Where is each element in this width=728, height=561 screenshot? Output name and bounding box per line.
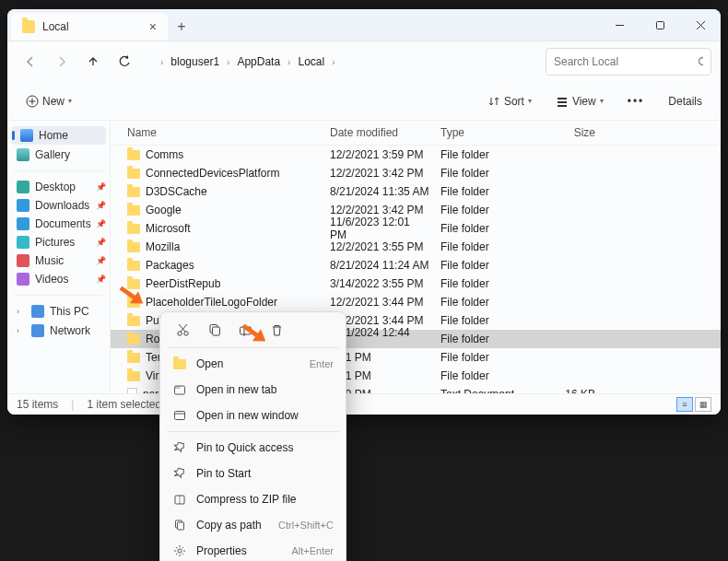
back-button[interactable] — [17, 48, 44, 76]
label: Open — [196, 357, 223, 370]
file-name: Comms — [146, 148, 183, 161]
table-row[interactable]: ConnectedDevicesPlatform12/2/2021 3:42 P… — [111, 164, 721, 182]
col-date[interactable]: Date modified — [324, 124, 435, 141]
explorer-window: Local × + › bloguser1 › AppData › Local … — [7, 9, 721, 415]
folder-icon — [22, 20, 35, 33]
folder-icon — [127, 224, 140, 234]
up-button[interactable] — [79, 48, 107, 76]
label: Downloads — [35, 199, 89, 212]
icons-view-button[interactable]: ▦ — [695, 397, 711, 412]
file-size — [546, 263, 601, 267]
svg-rect-10 — [558, 101, 567, 103]
new-button[interactable]: New ▾ — [20, 91, 77, 111]
table-row[interactable]: D3DSCache8/21/2024 11:35 AMFile folder — [111, 182, 721, 201]
table-row[interactable]: PeerDistRepub3/14/2022 3:55 PMFile folde… — [111, 275, 721, 293]
table-row[interactable]: Mozilla12/2/2021 3:55 PMFile folder — [111, 238, 721, 256]
tab-icon — [172, 382, 187, 397]
chevron-down-icon: ▾ — [600, 97, 604, 105]
minimize-button[interactable] — [599, 9, 640, 41]
window-buttons — [599, 9, 721, 41]
file-size — [546, 153, 601, 157]
details-view-button[interactable]: ≡ — [676, 397, 693, 412]
sidebar-item-home[interactable]: Home — [11, 126, 106, 145]
table-row[interactable]: Packages8/21/2024 11:24 AMFile folder — [111, 256, 721, 275]
sidebar-item-documents[interactable]: Documents📌 — [7, 215, 110, 233]
ctx-open-new-tab[interactable]: Open in new tab — [165, 377, 341, 403]
new-tab-button[interactable]: + — [168, 13, 195, 41]
file-type: File folder — [435, 349, 546, 366]
ctx-properties[interactable]: Properties Alt+Enter — [165, 538, 341, 561]
label: Network — [50, 324, 90, 337]
ctx-open[interactable]: Open Enter — [165, 351, 341, 377]
label: Documents — [35, 217, 91, 230]
status-count: 15 items — [17, 398, 58, 411]
sidebar-item-gallery[interactable]: Gallery — [7, 146, 110, 164]
table-row[interactable]: PlaceholderTileLogoFolder12/2/2021 3:44 … — [111, 293, 721, 311]
file-size: 16 KB — [546, 386, 601, 393]
details-button[interactable]: Details — [663, 91, 708, 111]
sidebar-item-videos[interactable]: Videos📌 — [7, 270, 110, 288]
forward-button[interactable] — [48, 48, 76, 76]
folder-icon — [127, 298, 140, 308]
ctx-open-new-window[interactable]: Open in new window — [165, 403, 341, 428]
folder-icon — [127, 353, 140, 363]
chevron-right-icon: › — [330, 57, 336, 67]
label: Sort — [504, 95, 524, 108]
file-name: Microsoft — [146, 222, 191, 235]
label: Home — [39, 129, 68, 142]
col-type[interactable]: Type — [435, 124, 546, 141]
folder-icon — [17, 236, 29, 249]
sidebar-item-desktop[interactable]: Desktop📌 — [7, 178, 110, 196]
status-bar: 15 items | 1 item selected ≡ ▦ — [7, 393, 721, 415]
sidebar-item-network[interactable]: › Network — [7, 321, 110, 340]
chevron-right-icon: › — [159, 57, 165, 67]
ctx-copy-path[interactable]: Copy as path Ctrl+Shift+C — [165, 512, 341, 538]
chevron-right-icon[interactable]: › — [17, 307, 26, 316]
svg-rect-17 — [212, 327, 219, 335]
chevron-down-icon: ▾ — [528, 97, 532, 105]
col-name[interactable]: Name — [122, 124, 324, 141]
file-type: File folder — [435, 331, 546, 347]
sidebar-item-downloads[interactable]: Downloads📌 — [7, 196, 110, 215]
table-row[interactable]: Comms12/2/2021 3:59 PMFile folder — [111, 146, 721, 164]
rename-button[interactable] — [235, 320, 255, 340]
pin-icon: 📌 — [96, 182, 106, 192]
cut-button[interactable] — [172, 320, 193, 340]
copy-button[interactable] — [204, 320, 224, 340]
tab-local[interactable]: Local × — [11, 13, 168, 41]
folder-icon — [127, 205, 140, 216]
more-button[interactable]: ••• — [622, 91, 651, 111]
col-size[interactable]: Size — [546, 124, 601, 141]
txt-file-icon — [127, 388, 137, 393]
column-headers[interactable]: Name Date modified Type Size — [111, 121, 721, 146]
svg-rect-11 — [558, 105, 567, 107]
ctx-pin-start[interactable]: Pin to Start — [165, 461, 341, 486]
sidebar-item-pictures[interactable]: Pictures📌 — [7, 233, 110, 251]
ctx-zip[interactable]: Compress to ZIP file — [165, 486, 341, 512]
svg-point-13 — [183, 331, 187, 334]
view-button[interactable]: View ▾ — [550, 91, 609, 111]
delete-button[interactable] — [266, 320, 287, 340]
table-row[interactable]: Microsoft11/6/2023 12:01 PMFile folder — [111, 219, 721, 238]
sidebar-item-thispc[interactable]: › This PC — [7, 302, 110, 321]
refresh-button[interactable] — [111, 48, 138, 76]
chevron-right-icon[interactable]: › — [17, 326, 26, 335]
file-size — [546, 208, 601, 212]
close-button[interactable] — [680, 9, 721, 41]
ctx-pin-quick[interactable]: Pin to Quick access — [165, 435, 341, 461]
pin-icon: 📌 — [96, 256, 106, 265]
crumb[interactable]: bloguser1 — [167, 55, 223, 68]
label: Gallery — [35, 148, 70, 161]
sort-button[interactable]: Sort ▾ — [482, 91, 537, 111]
maximize-button[interactable] — [640, 9, 680, 41]
file-type: Text Document — [435, 386, 546, 393]
chevron-right-icon: › — [225, 57, 231, 67]
breadcrumb[interactable]: › bloguser1 › AppData › Local › — [151, 48, 542, 76]
close-tab-icon[interactable]: × — [149, 19, 157, 34]
crumb[interactable]: Local — [294, 55, 328, 68]
crumb[interactable]: AppData — [233, 55, 284, 68]
folder-icon — [127, 242, 140, 252]
search-box[interactable] — [546, 48, 711, 76]
search-input[interactable] — [554, 55, 692, 68]
sidebar-item-music[interactable]: Music📌 — [7, 251, 110, 270]
